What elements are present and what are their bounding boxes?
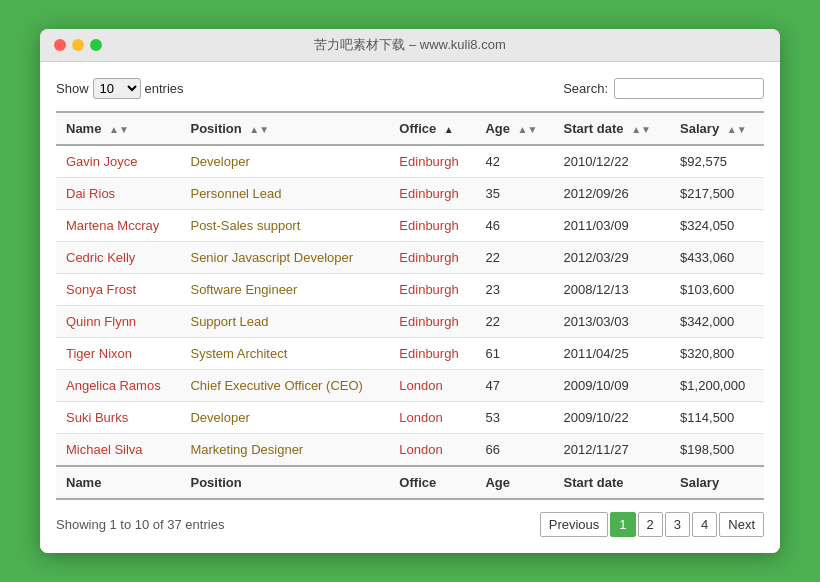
col-header-office[interactable]: Office ▲: [389, 112, 475, 145]
cell-name: Angelica Ramos: [56, 370, 180, 402]
cell-age: 35: [475, 178, 553, 210]
table-row: Suki BurksDeveloperLondon532009/10/22$11…: [56, 402, 764, 434]
cell-name: Martena Mccray: [56, 210, 180, 242]
cell-age: 66: [475, 434, 553, 467]
col-header-age[interactable]: Age ▲▼: [475, 112, 553, 145]
col-header-salary[interactable]: Salary ▲▼: [670, 112, 764, 145]
next-button[interactable]: Next: [719, 512, 764, 537]
cell-start_date: 2013/03/03: [554, 306, 671, 338]
sort-icon-age: ▲▼: [518, 124, 538, 135]
traffic-lights: [54, 39, 102, 51]
cell-name: Michael Silva: [56, 434, 180, 467]
cell-name: Sonya Frost: [56, 274, 180, 306]
content-area: Show 10 25 50 100 entries Search: Name ▲…: [40, 62, 780, 553]
cell-start_date: 2009/10/22: [554, 402, 671, 434]
cell-position: Chief Executive Officer (CEO): [180, 370, 389, 402]
cell-start_date: 2011/04/25: [554, 338, 671, 370]
search-label: Search:: [563, 81, 608, 96]
cell-position: System Architect: [180, 338, 389, 370]
cell-start_date: 2012/09/26: [554, 178, 671, 210]
cell-age: 22: [475, 242, 553, 274]
cell-age: 61: [475, 338, 553, 370]
cell-position: Post-Sales support: [180, 210, 389, 242]
sort-icon-office: ▲: [444, 124, 454, 135]
cell-position: Software Engineer: [180, 274, 389, 306]
window-title: 苦力吧素材下载 – www.kuli8.com: [314, 36, 505, 54]
footer-col-age: Age: [475, 466, 553, 499]
cell-office: Edinburgh: [389, 306, 475, 338]
cell-age: 23: [475, 274, 553, 306]
page-4-button[interactable]: 4: [692, 512, 717, 537]
page-2-button[interactable]: 2: [638, 512, 663, 537]
cell-age: 53: [475, 402, 553, 434]
cell-office: Edinburgh: [389, 242, 475, 274]
cell-name: Dai Rios: [56, 178, 180, 210]
titlebar: 苦力吧素材下载 – www.kuli8.com: [40, 29, 780, 62]
cell-salary: $324,050: [670, 210, 764, 242]
cell-position: Marketing Designer: [180, 434, 389, 467]
search-control: Search:: [563, 78, 764, 99]
table-header: Name ▲▼ Position ▲▼ Office ▲ Age ▲▼ Star…: [56, 112, 764, 145]
col-header-name[interactable]: Name ▲▼: [56, 112, 180, 145]
cell-age: 47: [475, 370, 553, 402]
cell-name: Suki Burks: [56, 402, 180, 434]
main-window: 苦力吧素材下载 – www.kuli8.com Show 10 25 50 10…: [40, 29, 780, 553]
cell-salary: $433,060: [670, 242, 764, 274]
cell-salary: $103,600: [670, 274, 764, 306]
showing-text: Showing 1 to 10 of 37 entries: [56, 517, 224, 532]
pagination: Previous 1 2 3 4 Next: [540, 512, 764, 537]
maximize-button[interactable]: [90, 39, 102, 51]
page-1-button[interactable]: 1: [610, 512, 635, 537]
cell-salary: $198,500: [670, 434, 764, 467]
cell-salary: $320,800: [670, 338, 764, 370]
cell-name: Gavin Joyce: [56, 145, 180, 178]
page-3-button[interactable]: 3: [665, 512, 690, 537]
table-row: Dai RiosPersonnel LeadEdinburgh352012/09…: [56, 178, 764, 210]
bottom-controls: Showing 1 to 10 of 37 entries Previous 1…: [56, 512, 764, 537]
cell-office: London: [389, 402, 475, 434]
data-table: Name ▲▼ Position ▲▼ Office ▲ Age ▲▼ Star…: [56, 111, 764, 500]
cell-salary: $342,000: [670, 306, 764, 338]
table-row: Gavin JoyceDeveloperEdinburgh422010/12/2…: [56, 145, 764, 178]
cell-age: 42: [475, 145, 553, 178]
cell-position: Support Lead: [180, 306, 389, 338]
cell-start_date: 2008/12/13: [554, 274, 671, 306]
table-row: Sonya FrostSoftware EngineerEdinburgh232…: [56, 274, 764, 306]
cell-name: Tiger Nixon: [56, 338, 180, 370]
table-row: Cedric KellySenior Javascript DeveloperE…: [56, 242, 764, 274]
cell-office: Edinburgh: [389, 338, 475, 370]
show-entries-control: Show 10 25 50 100 entries: [56, 78, 184, 99]
cell-name: Cedric Kelly: [56, 242, 180, 274]
table-body: Gavin JoyceDeveloperEdinburgh422010/12/2…: [56, 145, 764, 466]
cell-office: London: [389, 434, 475, 467]
entries-select[interactable]: 10 25 50 100: [93, 78, 141, 99]
cell-office: Edinburgh: [389, 178, 475, 210]
cell-start_date: 2012/11/27: [554, 434, 671, 467]
cell-position: Senior Javascript Developer: [180, 242, 389, 274]
cell-age: 22: [475, 306, 553, 338]
entries-label: entries: [145, 81, 184, 96]
footer-col-position: Position: [180, 466, 389, 499]
table-row: Angelica RamosChief Executive Officer (C…: [56, 370, 764, 402]
cell-position: Personnel Lead: [180, 178, 389, 210]
col-header-position[interactable]: Position ▲▼: [180, 112, 389, 145]
footer-col-startdate: Start date: [554, 466, 671, 499]
cell-office: Edinburgh: [389, 145, 475, 178]
footer-col-salary: Salary: [670, 466, 764, 499]
prev-button[interactable]: Previous: [540, 512, 609, 537]
cell-start_date: 2009/10/09: [554, 370, 671, 402]
cell-age: 46: [475, 210, 553, 242]
sort-icon-startdate: ▲▼: [631, 124, 651, 135]
search-input[interactable]: [614, 78, 764, 99]
col-header-startdate[interactable]: Start date ▲▼: [554, 112, 671, 145]
table-row: Martena MccrayPost-Sales supportEdinburg…: [56, 210, 764, 242]
close-button[interactable]: [54, 39, 66, 51]
cell-salary: $114,500: [670, 402, 764, 434]
table-row: Michael SilvaMarketing DesignerLondon662…: [56, 434, 764, 467]
cell-start_date: 2010/12/22: [554, 145, 671, 178]
top-controls: Show 10 25 50 100 entries Search:: [56, 78, 764, 99]
cell-office: London: [389, 370, 475, 402]
table-row: Quinn FlynnSupport LeadEdinburgh222013/0…: [56, 306, 764, 338]
minimize-button[interactable]: [72, 39, 84, 51]
cell-salary: $92,575: [670, 145, 764, 178]
